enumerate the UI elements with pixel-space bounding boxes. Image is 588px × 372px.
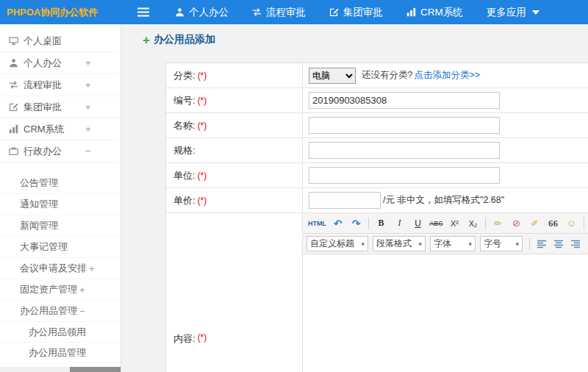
sidebar-item-supplies-management[interactable]: 办公用品管理 (0, 343, 121, 363)
align-center-icon[interactable] (551, 237, 566, 251)
sidebar-item-announcement-mgmt[interactable]: 公告管理 (0, 173, 121, 194)
subscript-button[interactable]: X₂ (465, 216, 481, 231)
unit-input[interactable] (309, 167, 500, 184)
font-size-select[interactable]: 字号 (480, 236, 523, 251)
highlight-pen-button[interactable]: ✐ (526, 216, 543, 231)
expand-toggle[interactable]: + (85, 124, 91, 135)
desktop-icon (9, 36, 24, 46)
category-label: 分类: (173, 69, 196, 82)
font-family-select[interactable]: 字体 (430, 236, 476, 251)
sidebar-item-memorabilia-mgmt[interactable]: 大事记管理 (0, 237, 121, 258)
nav-personal-office[interactable]: 个人办公 (175, 6, 229, 19)
sidebar-item-notice-mgmt[interactable]: 通知管理 (0, 194, 121, 215)
sidebar-item-crm-system[interactable]: CRM系统 + (0, 118, 121, 140)
user-icon (175, 7, 184, 17)
sidebar-item-personal-office[interactable]: 个人办公 + (0, 52, 121, 74)
sidebar-item-fixed-assets-mgmt[interactable]: 固定资产管理 + (0, 279, 121, 301)
sidebar-item-office-supplies-mgmt[interactable]: 办公用品管理 − (0, 301, 121, 322)
paragraph-format-select[interactable]: 段落格式 (373, 236, 426, 251)
sidebar-item-label: 个人桌面 (24, 35, 62, 48)
form-row-content: 内容: (*) HTML ↶ ↷ B I U ABC X² X₂ (166, 213, 588, 372)
sidebar-item-label: 个人办公 (24, 57, 62, 70)
top-navigation: 个人办公 流程审批 集团审批 CRM系统 更多应用 (175, 6, 563, 19)
strikethrough-button[interactable]: ABC (428, 216, 445, 231)
code-label: 编号: (173, 94, 196, 107)
nav-workflow-approval[interactable]: 流程审批 (252, 6, 306, 19)
sidebar-scrollbar-thumb[interactable] (70, 367, 121, 372)
redo-button[interactable]: ↷ (348, 216, 365, 231)
sidebar-item-admin-office[interactable]: 行政办公 − (0, 140, 121, 162)
name-input[interactable] (309, 117, 500, 134)
select-label: 段落格式 (376, 237, 412, 250)
field-label-cell: 分类: (*) (166, 63, 302, 87)
undo-button[interactable]: ↶ (329, 216, 346, 231)
bold-button[interactable]: B (373, 216, 390, 231)
nav-more-apps[interactable]: 更多应用 (487, 6, 539, 19)
format-painter-button[interactable]: ✏ (490, 216, 506, 231)
emotion-button[interactable]: ☺ (563, 216, 580, 231)
superscript-button[interactable]: X² (446, 216, 463, 231)
add-category-link[interactable]: 点击添加分类>> (414, 69, 480, 82)
sidebar-item-news-mgmt[interactable]: 新闻管理 (0, 215, 121, 237)
expand-toggle[interactable]: + (85, 79, 91, 90)
app-logo: PHPOA协同办公软件 (0, 6, 126, 19)
price-input[interactable] (309, 192, 381, 209)
italic-button[interactable]: I (391, 216, 408, 231)
nav-label: 集团审批 (343, 6, 383, 19)
nav-label: CRM系统 (420, 6, 463, 19)
sidebar-item-label: 办公用品领用 (29, 326, 86, 339)
field-value-cell: /元 非中文，如填写格式"2.68" (302, 188, 588, 212)
content-label: 内容: (173, 332, 196, 346)
align-right-icon[interactable] (567, 237, 583, 251)
toolbar-separator (584, 218, 584, 229)
edit-icon (329, 7, 339, 17)
underline-button[interactable]: U (409, 216, 426, 231)
form-row-unit: 单位: (*) (166, 163, 588, 188)
collapse-toggle[interactable]: − (85, 146, 91, 157)
sidebar-item-label: 会议申请及安排 (20, 262, 87, 275)
page-title: 办公用品添加 (154, 33, 215, 46)
sidebar-item-group-approval[interactable]: 集团审批 + (0, 96, 121, 118)
select-label: 字号 (484, 237, 501, 250)
align-justify-icon[interactable] (584, 237, 588, 251)
remove-format-button[interactable]: ⊘ (508, 216, 525, 231)
custom-title-select[interactable]: 自定义标题 (306, 236, 368, 251)
field-value-cell (302, 138, 588, 162)
field-value-cell (302, 113, 588, 137)
briefcase-icon (9, 146, 24, 156)
field-label-cell: 名称: (*) (166, 113, 302, 137)
form-row-name: 名称: (*) (166, 113, 588, 138)
sidebar-item-label: CRM系统 (24, 123, 65, 136)
select-label: 字体 (434, 237, 451, 250)
sidebar-scrollbar[interactable] (0, 367, 121, 372)
nav-label: 更多应用 (487, 6, 526, 19)
toolbar-separator (529, 238, 530, 250)
expand-toggle[interactable]: + (85, 57, 91, 68)
sidebar-item-personal-desktop[interactable]: 个人桌面 (0, 30, 121, 52)
align-left-icon[interactable] (534, 237, 549, 251)
field-value-cell (302, 88, 588, 112)
sidebar-item-label: 公告管理 (20, 176, 58, 190)
sidebar-item-workflow-approval[interactable]: 流程审批 + (0, 74, 121, 96)
expand-toggle[interactable]: + (85, 101, 91, 112)
user-icon (9, 58, 24, 68)
form-row-spec: 规格: (166, 138, 588, 163)
sidebar-item-supplies-requisition[interactable]: 办公用品领用 (0, 322, 121, 343)
editor-content-area[interactable] (303, 254, 588, 372)
spec-input[interactable] (309, 142, 500, 159)
expand-toggle[interactable]: + (79, 285, 85, 296)
form-row-code: 编号: (*) (166, 88, 588, 113)
nav-crm-system[interactable]: CRM系统 (406, 6, 463, 19)
blockquote-button[interactable]: 66 (545, 216, 562, 231)
add-icon: + (143, 34, 150, 46)
sidebar-item-meeting-request[interactable]: 会议申请及安排 + (0, 258, 121, 279)
collapse-toggle[interactable]: − (79, 306, 85, 317)
source-code-button[interactable]: HTML (306, 216, 328, 231)
hamburger-icon[interactable] (137, 7, 150, 17)
bar-chart-icon (406, 7, 416, 17)
code-input[interactable] (309, 92, 500, 109)
category-select[interactable]: 电脑 (309, 68, 356, 84)
required-mark: (*) (198, 121, 207, 131)
nav-group-approval[interactable]: 集团审批 (329, 6, 383, 19)
expand-toggle[interactable]: + (89, 263, 95, 274)
